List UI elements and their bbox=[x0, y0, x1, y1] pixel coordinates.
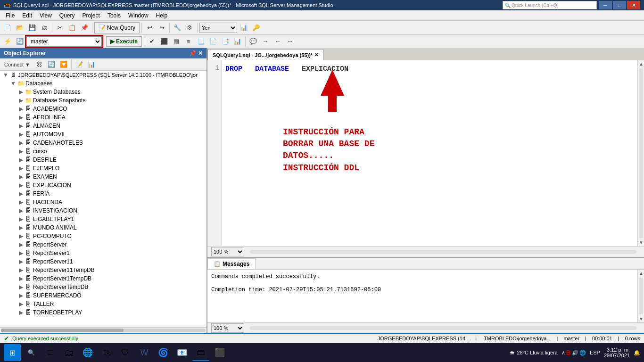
oe-new-query-btn[interactable]: 📝 bbox=[74, 59, 85, 70]
toolbar2-btn1[interactable]: ⚡ bbox=[2, 36, 13, 47]
new-query-button[interactable]: 📝 New Query bbox=[94, 22, 140, 33]
msg-scroll-down[interactable]: ▼ bbox=[638, 315, 644, 322]
editor-zoom-select[interactable]: 100 % 75 % 125 % 150 % bbox=[211, 247, 244, 256]
toolbar2-btn2[interactable]: 🔄 bbox=[14, 36, 25, 47]
msg-scroll-up[interactable]: ▲ bbox=[638, 270, 644, 277]
db-almacen[interactable]: ▶ 🗄 ALMACEN bbox=[0, 122, 206, 130]
toolbar2-comment[interactable]: 💬 bbox=[248, 36, 259, 47]
messages-tab[interactable]: 📋 Messages bbox=[207, 258, 256, 269]
toolbar2-grid[interactable]: ▦ bbox=[171, 36, 182, 47]
toolbar-btn-extra1[interactable]: 🔧 bbox=[172, 22, 183, 33]
scroll-down-btn[interactable]: ▼ bbox=[638, 239, 644, 246]
toolbar2-check[interactable]: ✔ bbox=[146, 36, 157, 47]
db-aerolinea[interactable]: ▶ 🗄 AEROLINEA bbox=[0, 113, 206, 122]
taskbar-search-btn[interactable]: 🔍 bbox=[23, 344, 40, 361]
scroll-track[interactable] bbox=[639, 68, 643, 238]
taskbar-app10-btn[interactable]: ⬛ bbox=[211, 344, 228, 361]
taskbar-chrome-btn[interactable]: 🌐 bbox=[79, 344, 96, 361]
toolbar-copy[interactable]: 📋 bbox=[66, 22, 78, 33]
editor-hscrollbar[interactable] bbox=[250, 250, 636, 254]
maximize-button[interactable]: □ bbox=[613, 1, 626, 9]
menu-edit[interactable]: Edit bbox=[18, 10, 36, 20]
toolbar-btn-extra4[interactable]: 🔑 bbox=[250, 22, 262, 33]
toolbar-paste[interactable]: 📌 bbox=[79, 22, 90, 33]
taskbar-mail-btn[interactable]: 📧 bbox=[173, 344, 190, 361]
execute-button[interactable]: ▶ Execute bbox=[106, 36, 142, 47]
db-ejemplo[interactable]: ▶ 🗄 EJEMPLO bbox=[0, 164, 206, 173]
toolbar-new-file[interactable]: 📄 bbox=[2, 22, 13, 33]
language-indicator[interactable]: ESP bbox=[590, 350, 600, 355]
toolbar2-btn-extra[interactable]: 📃 bbox=[195, 36, 206, 47]
db-reportserver[interactable]: ▶ 🗄 ReportServer bbox=[0, 240, 206, 249]
toolbar2-parse[interactable]: ⬛ bbox=[158, 36, 170, 47]
msg-scroll-track[interactable] bbox=[639, 278, 643, 314]
db-examen[interactable]: ▶ 🗄 EXAMEN bbox=[0, 173, 206, 181]
toolbar-btn-extra2[interactable]: ⚙ bbox=[184, 22, 195, 33]
db-cadenahoteles[interactable]: ▶ 🗄 CADENAHOTELES bbox=[0, 139, 206, 147]
db-feria[interactable]: ▶ 🗄 FERIA bbox=[0, 189, 206, 198]
toolbar-redo[interactable]: ↪ bbox=[156, 22, 167, 33]
toolbar2-word-wrap[interactable]: ↔ bbox=[284, 36, 296, 47]
db-desfile[interactable]: ▶ 🗄 DESFILE bbox=[0, 156, 206, 164]
toolbar-save-all[interactable]: 🗂 bbox=[39, 22, 50, 33]
toolbar2-text[interactable]: ≡ bbox=[183, 36, 194, 47]
taskbar-defender-btn[interactable]: 🛡 bbox=[117, 344, 134, 361]
db-torneobetplay[interactable]: ▶ 🗄 TORNEOBETPLAY bbox=[0, 308, 206, 317]
oe-reports-btn[interactable]: 📊 bbox=[86, 59, 97, 70]
oe-refresh-btn[interactable]: 🔄 bbox=[46, 59, 57, 70]
db-academico[interactable]: ▶ 🗄 ACADEMICO bbox=[0, 105, 206, 113]
messages-vscrollbar[interactable]: ▲ ▼ bbox=[637, 270, 644, 322]
db-taller[interactable]: ▶ 🗄 TALLER bbox=[0, 300, 206, 308]
start-button[interactable]: ⊞ bbox=[4, 344, 21, 361]
toolbar2-outdent[interactable]: ← bbox=[272, 36, 283, 47]
tray-up-icon[interactable]: ∧ bbox=[561, 350, 565, 356]
taskbar-taskview-btn[interactable]: ❑ bbox=[41, 344, 58, 361]
toolbar-open[interactable]: 📂 bbox=[14, 22, 25, 33]
toolbar2-indent[interactable]: → bbox=[260, 36, 271, 47]
databases-folder[interactable]: ▼ 📁 Databases bbox=[0, 79, 206, 88]
messages-hscrollbar[interactable] bbox=[250, 326, 636, 330]
query-tab[interactable]: SQLQuery1.sql - JO...\jorgebedoya (55))*… bbox=[207, 49, 323, 60]
taskbar-word-btn[interactable]: W bbox=[136, 344, 153, 361]
menu-project[interactable]: Project bbox=[79, 10, 104, 20]
taskbar-fileexplorer-btn[interactable]: 🗂 bbox=[60, 344, 77, 361]
oe-scrollbar[interactable] bbox=[0, 327, 206, 333]
minimize-button[interactable]: ─ bbox=[599, 1, 612, 9]
db-curso[interactable]: ▶ 🗄 curso bbox=[0, 147, 206, 156]
clock-widget[interactable]: 3:12 p. m. 29/07/2021 bbox=[604, 347, 630, 358]
oe-scroll-thumb[interactable] bbox=[1, 329, 124, 332]
menu-window[interactable]: Window bbox=[124, 10, 152, 20]
db-mundo-animal[interactable]: ▶ 🗄 MUNDO ANIMAL bbox=[0, 223, 206, 232]
menu-help[interactable]: Help bbox=[152, 10, 172, 20]
toolbar-cut[interactable]: ✂ bbox=[54, 22, 66, 33]
db-investigacion[interactable]: ▶ 🗄 INVESTIGACION bbox=[0, 206, 206, 215]
menu-query[interactable]: Query bbox=[56, 10, 79, 20]
query-editor[interactable]: DROP DATABASE EXPLICACION bbox=[222, 60, 637, 246]
db-supermercado[interactable]: ▶ 🗄 SUPERMERCADO bbox=[0, 291, 206, 300]
target-server-dropdown[interactable]: Yen' bbox=[199, 23, 237, 33]
toolbar2-btn-extra2[interactable]: 📄 bbox=[207, 36, 219, 47]
toolbar-btn-extra3[interactable]: 📊 bbox=[238, 22, 249, 33]
toolbar2-btn-extra4[interactable]: 📊 bbox=[232, 36, 243, 47]
tab-close-button[interactable]: ✕ bbox=[314, 52, 318, 58]
db-automovil[interactable]: ▶ 🗄 AUTOMOVIL bbox=[0, 130, 206, 139]
menu-view[interactable]: View bbox=[36, 10, 56, 20]
db-reportserver1[interactable]: ▶ 🗄 ReportServer1 bbox=[0, 249, 206, 257]
oe-filter-btn[interactable]: 🔽 bbox=[58, 59, 69, 70]
toolbar2-btn-extra3[interactable]: 📑 bbox=[220, 36, 231, 47]
close-button[interactable]: ✕ bbox=[627, 1, 640, 9]
taskbar-store-btn[interactable]: 🛍 bbox=[98, 344, 115, 361]
server-node[interactable]: ▼ 🖥 JORGEBEDOYAP\SQLEXPRESS (SQL Server … bbox=[0, 71, 206, 79]
oe-close-icon[interactable]: ✕ bbox=[198, 50, 203, 57]
db-reportserver11tempdb[interactable]: ▶ 🗄 ReportServer11TempDB bbox=[0, 266, 206, 274]
weather-widget[interactable]: 🌧 28°C Lluvia ligera bbox=[510, 350, 557, 355]
system-databases-folder[interactable]: ▶ 📁 System Databases bbox=[0, 88, 206, 96]
db-snapshots-folder[interactable]: ▶ 📁 Database Snapshots bbox=[0, 96, 206, 105]
editor-vscrollbar[interactable]: ▲ ▼ bbox=[637, 60, 644, 246]
db-reportserver1tempdb[interactable]: ▶ 🗄 ReportServer1TempDB bbox=[0, 274, 206, 283]
db-reportservertempdb[interactable]: ▶ 🗄 ReportServerTempDB bbox=[0, 283, 206, 291]
db-hacienda[interactable]: ▶ 🗄 HACIENDA bbox=[0, 198, 206, 206]
toolbar-save[interactable]: 💾 bbox=[26, 22, 38, 33]
taskbar-edge-btn[interactable]: 🌀 bbox=[155, 344, 172, 361]
toolbar-undo[interactable]: ↩ bbox=[144, 22, 155, 33]
